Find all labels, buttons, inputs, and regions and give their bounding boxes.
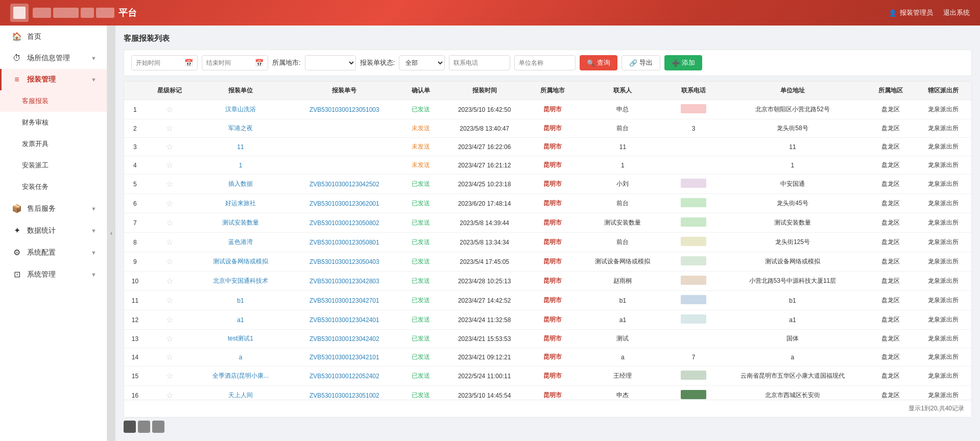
- row-unit[interactable]: b1: [194, 291, 288, 310]
- end-time-field[interactable]: [206, 59, 253, 66]
- row-order[interactable]: [288, 119, 401, 138]
- col-time: 报装时间: [440, 82, 529, 100]
- sidebar-item-aftersale[interactable]: 📦 售后服务 ▼: [0, 198, 107, 219]
- row-star[interactable]: ☆: [146, 272, 194, 291]
- star-icon[interactable]: ☆: [166, 105, 173, 114]
- row-unit[interactable]: 11: [194, 138, 288, 156]
- row-star[interactable]: ☆: [146, 119, 194, 138]
- star-icon[interactable]: ☆: [166, 238, 173, 247]
- sidebar-item-finance[interactable]: 财务审核: [0, 112, 107, 133]
- row-unit[interactable]: a: [194, 348, 288, 366]
- main-table: 星级标记 报装单位 报装单号 确认单 报装时间 所属地市 联系人 联系电话 单位…: [124, 82, 971, 400]
- row-star[interactable]: ☆: [146, 386, 194, 400]
- row-star[interactable]: ☆: [146, 310, 194, 330]
- row-order[interactable]: [288, 156, 401, 175]
- sidebar-item-sysmgmt[interactable]: ⊡ 系统管理 ▼: [0, 263, 107, 285]
- sidebar-item-home[interactable]: 🏠 首页: [0, 26, 107, 47]
- star-icon[interactable]: ☆: [166, 199, 173, 208]
- row-unit[interactable]: 蓝色港湾: [194, 233, 288, 252]
- add-button[interactable]: ➕ 添加: [664, 55, 702, 70]
- row-order[interactable]: ZVB53010300123062001: [288, 194, 401, 213]
- row-region: 盘龙区: [867, 366, 915, 386]
- row-star[interactable]: ☆: [146, 194, 194, 213]
- row-star[interactable]: ☆: [146, 138, 194, 156]
- phone-input[interactable]: [449, 55, 510, 70]
- sidebar-item-customer[interactable]: 客服报装: [0, 90, 107, 112]
- star-icon[interactable]: ☆: [166, 334, 173, 343]
- status-select[interactable]: 全部 已发送 未发送: [399, 55, 445, 70]
- star-icon[interactable]: ☆: [166, 124, 173, 133]
- row-star[interactable]: ☆: [146, 175, 194, 194]
- star-icon[interactable]: ☆: [166, 180, 173, 188]
- star-icon[interactable]: ☆: [166, 391, 173, 400]
- sidebar-item-task[interactable]: 安装任务: [0, 176, 107, 198]
- row-unit[interactable]: 全季酒店(昆明小康...: [194, 366, 288, 386]
- row-order[interactable]: ZVB53010300123042502: [288, 175, 401, 194]
- logout-button[interactable]: 退出系统: [943, 8, 970, 17]
- row-order[interactable]: ZVB53010300123050802: [288, 213, 401, 233]
- sidebar-item-venue[interactable]: ⏱ 场所信息管理 ▼: [0, 47, 107, 69]
- row-unit[interactable]: 测试安装数量: [194, 213, 288, 233]
- pag-sq-2[interactable]: [138, 421, 150, 433]
- sidebar-collapse-button[interactable]: ‹: [107, 26, 115, 441]
- row-time: 2023/4/25 10:23:18: [440, 175, 529, 194]
- row-order[interactable]: ZVB53010300123050403: [288, 252, 401, 272]
- row-unit[interactable]: test测试1: [194, 330, 288, 348]
- row-order[interactable]: ZVB53010300123042402: [288, 330, 401, 348]
- row-star[interactable]: ☆: [146, 366, 194, 386]
- row-unit[interactable]: 插入数据: [194, 175, 288, 194]
- star-icon[interactable]: ☆: [166, 353, 173, 361]
- row-star[interactable]: ☆: [146, 213, 194, 233]
- export-button[interactable]: 🔗 导出: [622, 55, 660, 70]
- end-time-input[interactable]: 📅: [202, 55, 268, 70]
- row-star[interactable]: ☆: [146, 291, 194, 310]
- star-icon[interactable]: ☆: [166, 296, 173, 305]
- row-time: 2023/4/27 16:21:12: [440, 156, 529, 175]
- row-unit[interactable]: 军港之夜: [194, 119, 288, 138]
- row-order[interactable]: ZVB53010300123042401: [288, 310, 401, 330]
- row-order[interactable]: ZVB53010300123050801: [288, 233, 401, 252]
- star-icon[interactable]: ☆: [166, 315, 173, 324]
- star-icon[interactable]: ☆: [166, 257, 173, 266]
- row-order[interactable]: ZVB53010300123051002: [288, 386, 401, 400]
- row-star[interactable]: ☆: [146, 348, 194, 366]
- row-order[interactable]: ZVB53010300123042101: [288, 348, 401, 366]
- pag-sq-3[interactable]: [152, 421, 164, 433]
- start-time-input[interactable]: 📅: [131, 55, 198, 70]
- row-contact: 王经理: [577, 366, 669, 386]
- start-time-field[interactable]: [136, 59, 182, 66]
- row-unit[interactable]: 天上人间: [194, 386, 288, 400]
- row-order[interactable]: ZVB53010300123042701: [288, 291, 401, 310]
- table-scroll[interactable]: 星级标记 报装单位 报装单号 确认单 报装时间 所属地市 联系人 联系电话 单位…: [124, 82, 971, 400]
- sidebar-item-dispatch[interactable]: 安装派工: [0, 155, 107, 176]
- row-star[interactable]: ☆: [146, 100, 194, 119]
- star-icon[interactable]: ☆: [166, 142, 173, 151]
- row-star[interactable]: ☆: [146, 330, 194, 348]
- star-icon[interactable]: ☆: [166, 161, 173, 169]
- row-region: 盘龙区: [867, 330, 915, 348]
- row-unit[interactable]: 好运来旅社: [194, 194, 288, 213]
- star-icon[interactable]: ☆: [166, 372, 173, 380]
- row-star[interactable]: ☆: [146, 233, 194, 252]
- row-unit[interactable]: 汉章山洗浴: [194, 100, 288, 119]
- sidebar-item-stats[interactable]: ✦ 数据统计 ▼: [0, 219, 107, 241]
- row-star[interactable]: ☆: [146, 156, 194, 175]
- row-unit[interactable]: a1: [194, 310, 288, 330]
- location-select[interactable]: [305, 55, 356, 70]
- row-unit[interactable]: 1: [194, 156, 288, 175]
- row-unit[interactable]: 北京中安国通科技术: [194, 272, 288, 291]
- row-order[interactable]: [288, 138, 401, 156]
- row-unit[interactable]: 测试设备网络或模拟: [194, 252, 288, 272]
- unit-input[interactable]: [514, 55, 576, 70]
- search-button[interactable]: 🔍 查询: [580, 55, 617, 70]
- row-order[interactable]: ZVB53010300122052402: [288, 366, 401, 386]
- sidebar-item-invoice[interactable]: 发票开具: [0, 133, 107, 155]
- row-order[interactable]: ZVB53010300123051003: [288, 100, 401, 119]
- star-icon[interactable]: ☆: [166, 218, 173, 227]
- sidebar-item-sysconfig[interactable]: ⚙ 系统配置 ▼: [0, 241, 107, 263]
- sidebar-item-install[interactable]: ≡ 报装管理 ▼: [0, 69, 107, 90]
- star-icon[interactable]: ☆: [166, 277, 173, 285]
- row-order[interactable]: ZVB53010300123042803: [288, 272, 401, 291]
- row-star[interactable]: ☆: [146, 252, 194, 272]
- pag-sq-1[interactable]: [124, 421, 136, 433]
